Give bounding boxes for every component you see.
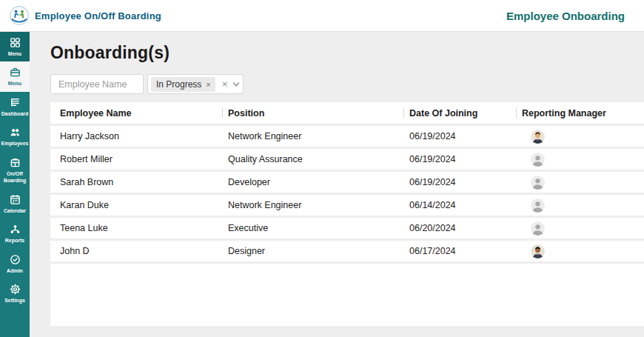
sidebar-item-label: Menu: [8, 80, 21, 87]
table-row[interactable]: Harry JacksonNetwork Engineer06/19/2024: [50, 126, 644, 149]
date-of-joining-cell: 06/19/2024: [403, 126, 516, 147]
sidebar-item-admin[interactable]: Admin: [0, 249, 30, 278]
sidebar-item-calendar[interactable]: Calendar: [0, 189, 30, 218]
clear-filter-icon[interactable]: ×: [222, 79, 228, 89]
position-cell: Quality Assurance: [222, 149, 403, 170]
position-cell: Network Engineer: [222, 126, 403, 147]
sidebar-item-employees[interactable]: Employees: [0, 121, 30, 151]
employee-name-cell: Sarah Brown: [50, 172, 222, 193]
reporting-manager-avatar: [531, 221, 545, 236]
employee-name-cell: Karan Duke: [50, 195, 222, 216]
position-cell: Designer: [222, 241, 403, 261]
table-header-row: Employee NamePositionDate Of JoiningRepo…: [50, 102, 644, 126]
sidebar-item-label: Reports: [5, 237, 24, 244]
table-body: Harry JacksonNetwork Engineer06/19/2024R…: [50, 126, 644, 264]
clock-icon: [10, 254, 21, 265]
list-icon: [10, 97, 21, 108]
sidebar-item-label: Employees: [1, 140, 29, 147]
table-row[interactable]: Sarah BrownDeveloper06/19/2024: [50, 172, 644, 195]
column-header-position: Position: [222, 102, 403, 124]
reporting-manager-avatar: [531, 244, 545, 258]
employee-name-cell: Harry Jackson: [50, 126, 222, 147]
grid-icon: [10, 37, 21, 48]
reporting-manager-avatar: [531, 153, 545, 167]
people-icon: [10, 127, 21, 138]
chevron-down-icon[interactable]: [227, 81, 240, 88]
table-row[interactable]: Teena LukeExecutive06/20/2024: [50, 218, 644, 241]
onboarding-table: Employee NamePositionDate Of JoiningRepo…: [50, 102, 644, 326]
date-of-joining-cell: 06/14/2024: [403, 195, 516, 216]
status-chip-label: In Progress: [156, 79, 201, 90]
date-of-joining-cell: 06/17/2024: [403, 241, 516, 261]
date-of-joining-cell: 06/19/2024: [403, 172, 516, 193]
position-cell: Developer: [222, 172, 403, 193]
table-row[interactable]: Robert MillerQuality Assurance06/19/2024: [50, 149, 644, 172]
sidebar-item-label: Menu: [8, 50, 21, 57]
employee-name-input[interactable]: [50, 74, 144, 94]
sidebar-item-menu[interactable]: Menu: [0, 61, 30, 91]
sidebar-item-reports[interactable]: Reports: [0, 218, 30, 248]
sidebar-item-label: On/Off Boarding: [1, 170, 29, 184]
reporting-manager-cell: [516, 126, 644, 147]
gear-icon: [10, 284, 21, 295]
employee-name-cell: Robert Miller: [50, 149, 222, 170]
app-header: Employee On/Off Boarding Employee Onboar…: [0, 0, 644, 32]
org-chart-icon: [10, 224, 21, 235]
brand-title: Employee On/Off Boarding: [35, 10, 161, 21]
reporting-manager-avatar: [531, 130, 545, 144]
page-title: Employee Onboarding: [506, 10, 625, 22]
sidebar-item-label: Admin: [7, 267, 23, 274]
reporting-manager-cell: [516, 195, 644, 216]
column-header-employee-name: Employee Name: [50, 102, 222, 124]
reporting-manager-cell: [516, 172, 644, 193]
employee-name-cell: John D: [50, 241, 222, 261]
sidebar-item-dashboard[interactable]: Dashboard: [0, 92, 30, 121]
sidebar: MenuMenuDashboardEmployeesOn/Off Boardin…: [0, 32, 30, 337]
date-of-joining-cell: 06/20/2024: [403, 218, 516, 238]
table-row[interactable]: Karan DukeNetwork Engineer06/14/2024: [50, 195, 644, 218]
reporting-manager-avatar: [531, 198, 545, 213]
sidebar-item-on-off-boarding[interactable]: On/Off Boarding: [0, 152, 30, 189]
briefcase-icon: [10, 67, 21, 78]
section-title: Onboarding(s): [50, 43, 644, 63]
position-cell: Executive: [222, 218, 403, 238]
reporting-manager-avatar: [531, 176, 545, 190]
sidebar-item-settings[interactable]: Settings: [0, 278, 30, 308]
calendar-icon: [10, 194, 21, 205]
filter-bar: In Progress × ×: [50, 74, 244, 94]
employee-name-cell: Teena Luke: [50, 218, 222, 238]
sidebar-item-label: Calendar: [4, 207, 26, 214]
main-content: Onboarding(s) In Progress × × Employee N…: [30, 32, 644, 337]
sidebar-item-menu[interactable]: Menu: [0, 32, 30, 61]
table-row[interactable]: John DDesigner06/17/2024: [50, 241, 644, 264]
status-chip: In Progress ×: [151, 77, 215, 92]
boarding-icon: [10, 157, 21, 168]
chip-remove-icon[interactable]: ×: [206, 80, 210, 89]
app-logo-icon: [10, 6, 29, 25]
reporting-manager-cell: [516, 241, 644, 261]
date-of-joining-cell: 06/19/2024: [403, 149, 516, 170]
sidebar-item-label: Settings: [4, 297, 25, 304]
column-header-reporting-manager: Reporting Manager: [516, 102, 644, 124]
column-header-date-of-joining: Date Of Joining: [403, 102, 516, 124]
reporting-manager-cell: [516, 149, 644, 170]
sidebar-item-label: Dashboard: [1, 110, 29, 117]
position-cell: Network Engineer: [222, 195, 403, 216]
reporting-manager-cell: [516, 218, 644, 238]
status-filter-select[interactable]: In Progress × ×: [147, 74, 244, 94]
